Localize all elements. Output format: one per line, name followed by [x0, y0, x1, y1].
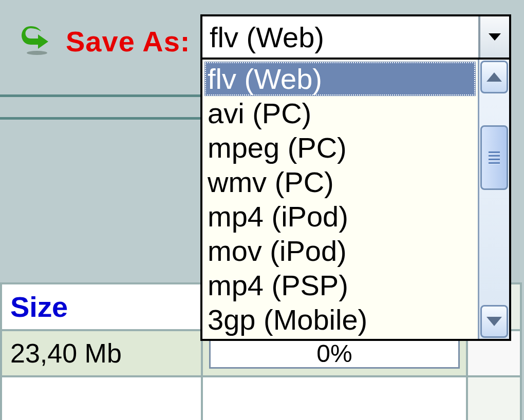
table-empty-cell	[203, 377, 468, 420]
progress-bar: 0%	[209, 338, 460, 369]
scrollbar-thumb[interactable]	[480, 125, 508, 190]
svg-marker-1	[489, 33, 501, 41]
scrollbar-grip-icon	[489, 151, 500, 164]
save-as-selected-value: flv (Web)	[202, 21, 478, 54]
save-as-dropdown: flv (Web) avi (PC) mpeg (PC) wmv (PC) mp…	[200, 60, 511, 341]
svg-marker-2	[486, 72, 502, 82]
dropdown-option[interactable]: mp4 (PSP)	[202, 268, 478, 302]
dropdown-scrollbar	[478, 60, 509, 339]
dropdown-option[interactable]: avi (PC)	[202, 96, 478, 130]
dropdown-option[interactable]: mpeg (PC)	[202, 130, 478, 165]
table-cell-size: 23,40 Mb	[0, 331, 203, 377]
save-as-label: Save As:	[66, 25, 191, 58]
save-as-select[interactable]: flv (Web)	[200, 14, 511, 60]
column-header-size[interactable]: Size	[0, 282, 203, 331]
scroll-down-button[interactable]	[480, 305, 508, 338]
table-empty-cell	[0, 377, 203, 420]
dropdown-option[interactable]: wmv (PC)	[202, 165, 478, 199]
scrollbar-track[interactable]	[479, 94, 509, 304]
dropdown-option[interactable]: mp4 (iPod)	[202, 199, 478, 234]
dropdown-list: flv (Web) avi (PC) mpeg (PC) wmv (PC) mp…	[202, 60, 478, 339]
table-scrollbar-track[interactable]	[468, 377, 522, 420]
save-arrow-icon	[21, 25, 51, 58]
save-as-row: Save As:	[21, 25, 191, 58]
svg-marker-3	[486, 317, 502, 326]
save-as-combo: flv (Web) flv (Web) avi (PC) mpeg (PC) w…	[200, 14, 511, 341]
dropdown-option[interactable]: flv (Web)	[204, 62, 476, 96]
dropdown-option[interactable]: 3gp (Mobile)	[202, 302, 478, 337]
svg-point-0	[27, 51, 47, 55]
chevron-down-icon[interactable]	[478, 16, 509, 58]
dropdown-option[interactable]: mov (iPod)	[202, 234, 478, 268]
scroll-up-button[interactable]	[480, 61, 508, 93]
